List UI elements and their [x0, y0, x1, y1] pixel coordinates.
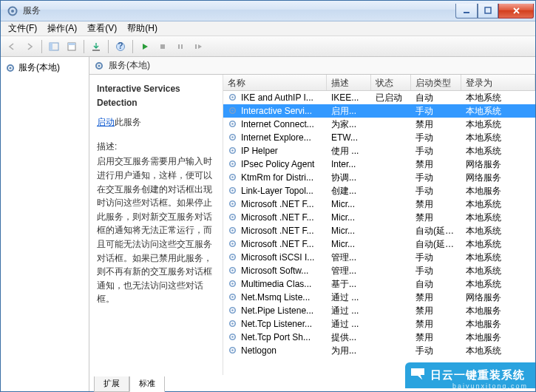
- svg-point-32: [231, 176, 234, 178]
- table-row[interactable]: IP Helper使用 ...手动本地系统: [223, 144, 535, 158]
- help-button[interactable]: ?: [112, 38, 129, 55]
- cell-name: Internet Connect...: [223, 118, 327, 130]
- table-row[interactable]: Multimedia Clas...基于...自动本地系统: [223, 277, 535, 291]
- svg-rect-8: [92, 50, 100, 51]
- pause-service-button[interactable]: [172, 38, 189, 55]
- tree-item-services-local[interactable]: 服务(本地): [2, 60, 87, 75]
- gear-icon: [228, 292, 238, 303]
- cell-logon: 网络服务: [461, 158, 535, 172]
- cell-status: [371, 350, 411, 351]
- cell-name: Netlogon: [223, 345, 327, 356]
- restart-service-button[interactable]: [190, 38, 206, 55]
- cell-name: Interactive Servi...: [223, 105, 327, 117]
- col-status[interactable]: 状态: [371, 75, 411, 90]
- svg-point-1: [11, 10, 14, 13]
- cell-status: [371, 270, 411, 271]
- table-row[interactable]: Link-Layer Topol...创建...手动本地服务: [223, 184, 535, 197]
- col-startup[interactable]: 启动类型: [411, 75, 461, 90]
- table-row[interactable]: Microsoft .NET F...Micr...自动(延迟...本地系统: [223, 237, 535, 251]
- main-pane: 服务(本地) Interactive Services Detection 启动…: [89, 57, 535, 391]
- cell-desc: Inter...: [327, 158, 371, 170]
- col-logon[interactable]: 登录为: [461, 75, 535, 90]
- cell-name: Multimedia Clas...: [223, 278, 327, 290]
- table-row[interactable]: Internet Explore...ETW...手动本地系统: [223, 131, 535, 144]
- table-row[interactable]: Net.Tcp Listener...通过 ...禁用本地服务: [223, 317, 535, 331]
- cell-start: 禁用: [411, 118, 461, 132]
- table-row[interactable]: Net.Msmq Liste...通过 ...禁用网络服务: [223, 291, 535, 304]
- close-button[interactable]: [498, 4, 534, 18]
- table-row[interactable]: Microsoft .NET F...Micr...自动(延迟...本地系统: [223, 224, 535, 237]
- minimize-button[interactable]: [455, 4, 478, 18]
- svg-point-26: [231, 136, 234, 138]
- menu-action[interactable]: 操作(A): [43, 21, 81, 36]
- cell-desc: 为家...: [327, 118, 371, 132]
- table-row[interactable]: Microsoft .NET F...Micr...禁用本地系统: [223, 211, 535, 224]
- gear-icon: [228, 159, 238, 169]
- svg-point-56: [231, 336, 234, 338]
- cell-desc: 通过 ...: [327, 291, 371, 305]
- table-row[interactable]: Net.Pipe Listene...通过 ...禁用本地服务: [223, 304, 535, 317]
- cell-status: 已启动: [371, 91, 411, 105]
- tab-standard[interactable]: 标准: [129, 376, 165, 392]
- cell-logon: 本地系统: [461, 197, 535, 212]
- menu-view[interactable]: 查看(V): [83, 21, 121, 36]
- menu-file[interactable]: 文件(F): [4, 21, 41, 36]
- column-headers: 名称 描述 状态 启动类型 登录为: [223, 75, 535, 91]
- table-row[interactable]: Interactive Servi...启用...手动本地系统: [223, 104, 535, 118]
- cell-name: Microsoft .NET F...: [223, 212, 327, 223]
- gear-icon: [228, 252, 238, 263]
- col-name[interactable]: 名称: [223, 75, 327, 90]
- table-row[interactable]: IPsec Policy AgentInter...禁用网络服务: [223, 158, 535, 171]
- cell-status: [371, 110, 411, 112]
- gear-icon: [228, 239, 238, 249]
- stop-service-button[interactable]: [155, 38, 171, 55]
- cell-start: 手动: [411, 344, 461, 358]
- cell-logon: 本地系统: [461, 91, 535, 105]
- svg-rect-13: [181, 44, 183, 49]
- properties-button[interactable]: [64, 38, 80, 55]
- cell-name: Microsoft Softw...: [223, 265, 327, 277]
- gear-icon: [228, 266, 238, 276]
- cell-name: IPsec Policy Agent: [223, 158, 327, 170]
- menu-help[interactable]: 帮助(H): [123, 21, 162, 36]
- window-title: 服务: [23, 4, 41, 17]
- main-header-label: 服务(本地): [109, 59, 150, 72]
- export-list-button[interactable]: [88, 38, 104, 55]
- start-service-button[interactable]: [137, 38, 153, 55]
- table-row[interactable]: Internet Connect...为家...禁用本地系统: [223, 118, 535, 131]
- table-row[interactable]: KtmRm for Distri...协调...手动网络服务: [223, 171, 535, 184]
- tab-extended[interactable]: 扩展: [94, 376, 129, 392]
- svg-point-42: [231, 243, 234, 245]
- cell-status: [371, 190, 411, 192]
- service-rows[interactable]: IKE and AuthIP I...IKEE...已启动自动本地系统Inter…: [223, 91, 535, 375]
- console-tree[interactable]: 服务(本地): [1, 57, 89, 391]
- table-row[interactable]: Microsoft .NET F...Micr...禁用本地系统: [223, 197, 535, 211]
- table-row[interactable]: Microsoft iSCSI I...管理...手动本地系统: [223, 251, 535, 264]
- back-button[interactable]: [4, 38, 20, 55]
- titlebar[interactable]: 服务: [1, 1, 535, 21]
- cell-desc: 管理...: [327, 264, 371, 278]
- forward-button[interactable]: [21, 38, 38, 55]
- cell-name: Microsoft iSCSI I...: [223, 251, 327, 263]
- gear-icon: [228, 212, 238, 223]
- table-row[interactable]: Netlogon为用...手动本地系统: [223, 344, 535, 357]
- maximize-button[interactable]: [478, 4, 498, 18]
- show-hide-tree-button[interactable]: [46, 38, 62, 55]
- gear-icon: [228, 332, 238, 342]
- cell-start: 自动(延迟...: [411, 237, 461, 251]
- menubar: 文件(F) 操作(A) 查看(V) 帮助(H): [1, 21, 535, 36]
- cell-name: Net.Tcp Port Sh...: [223, 331, 327, 343]
- cell-desc: 提供...: [327, 331, 371, 345]
- table-row[interactable]: Microsoft Softw...管理...手动本地系统: [223, 264, 535, 277]
- col-desc[interactable]: 描述: [327, 75, 371, 90]
- svg-rect-2: [464, 12, 469, 13]
- cell-start: 禁用: [411, 317, 461, 331]
- cell-logon: 本地系统: [461, 211, 535, 225]
- tree-item-label: 服务(本地): [18, 61, 60, 74]
- table-row[interactable]: IKE and AuthIP I...IKEE...已启动自动本地系统: [223, 91, 535, 104]
- start-service-link[interactable]: 启动: [97, 117, 115, 127]
- svg-point-40: [231, 229, 234, 232]
- cell-status: [371, 243, 411, 245]
- svg-rect-3: [485, 7, 491, 13]
- table-row[interactable]: Net.Tcp Port Sh...提供...禁用本地服务: [223, 331, 535, 344]
